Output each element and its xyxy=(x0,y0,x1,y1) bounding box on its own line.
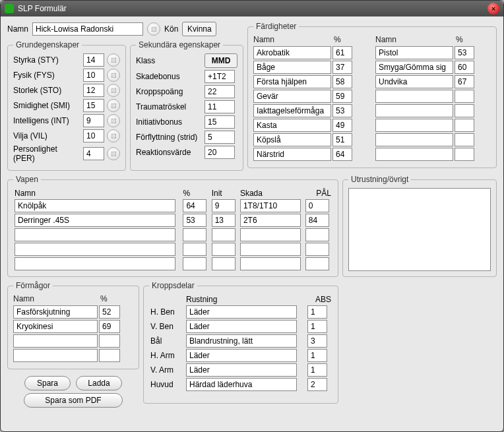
skill-name[interactable] xyxy=(253,61,331,74)
vapen-name[interactable] xyxy=(15,243,175,256)
vapen-pal[interactable] xyxy=(305,214,329,227)
kropp-abs[interactable] xyxy=(307,378,327,391)
vapen-init[interactable] xyxy=(212,257,236,270)
load-button[interactable]: Ladda xyxy=(76,376,122,390)
dice-icon[interactable]: ⚄ xyxy=(107,99,120,112)
close-icon[interactable]: × xyxy=(488,3,499,15)
skill-name[interactable] xyxy=(253,148,331,161)
sek-value[interactable] xyxy=(205,100,235,113)
vapen-pal[interactable] xyxy=(305,199,329,212)
kropp-rust[interactable] xyxy=(186,320,297,333)
kropp-rust[interactable] xyxy=(186,363,297,377)
dice-icon[interactable]: ⚄ xyxy=(107,84,120,97)
vapen-init[interactable] xyxy=(212,243,236,256)
skill-name[interactable] xyxy=(253,133,331,146)
gender-button[interactable]: Kvinna xyxy=(182,22,216,36)
dice-icon[interactable]: ⚄ xyxy=(107,129,120,142)
skill-pct[interactable] xyxy=(332,75,352,88)
name-input[interactable] xyxy=(32,22,143,36)
vapen-pct[interactable] xyxy=(183,199,206,212)
save-button[interactable]: Spara xyxy=(24,376,71,390)
form-name[interactable] xyxy=(13,334,98,348)
grund-value[interactable] xyxy=(83,114,104,127)
vapen-init[interactable] xyxy=(212,228,236,241)
skill-pct[interactable] xyxy=(455,61,474,74)
form-name[interactable] xyxy=(13,349,98,362)
vapen-init[interactable] xyxy=(212,214,236,227)
vapen-skada[interactable] xyxy=(240,243,301,256)
grund-value[interactable] xyxy=(83,84,104,97)
dice-icon[interactable]: ⚄ xyxy=(107,53,120,67)
skill-pct[interactable] xyxy=(455,104,474,117)
vapen-skada[interactable] xyxy=(240,228,301,241)
skill-name[interactable] xyxy=(375,104,453,117)
grund-value[interactable] xyxy=(83,129,104,142)
vapen-skada[interactable] xyxy=(240,199,301,212)
sek-value[interactable] xyxy=(205,85,235,98)
sek-value[interactable] xyxy=(205,70,235,83)
skill-name[interactable] xyxy=(253,104,331,117)
skill-pct[interactable] xyxy=(455,148,474,161)
vapen-skada[interactable] xyxy=(240,214,301,227)
grund-value[interactable] xyxy=(83,53,104,67)
kropp-rust[interactable] xyxy=(186,334,297,348)
vapen-pal[interactable] xyxy=(305,228,329,241)
skill-pct[interactable] xyxy=(455,75,474,88)
dice-icon[interactable]: ⚄ xyxy=(107,147,120,160)
skill-name[interactable] xyxy=(375,75,453,88)
klass-button[interactable]: MMD xyxy=(205,53,237,68)
skill-name[interactable] xyxy=(253,75,331,88)
vapen-pal[interactable] xyxy=(305,257,329,270)
vapen-pct[interactable] xyxy=(183,257,206,270)
skill-name[interactable] xyxy=(375,46,453,59)
dice-icon[interactable]: ⚄ xyxy=(107,69,120,82)
sek-value[interactable] xyxy=(205,146,235,159)
form-pct[interactable] xyxy=(99,334,120,348)
dice-name-icon[interactable]: ⚄ xyxy=(147,22,160,36)
vapen-pct[interactable] xyxy=(183,243,206,256)
kropp-rust[interactable] xyxy=(186,378,297,391)
vapen-pct[interactable] xyxy=(183,214,206,227)
kropp-rust[interactable] xyxy=(186,349,297,362)
vapen-name[interactable] xyxy=(15,214,175,227)
kropp-rust[interactable] xyxy=(186,305,297,319)
skill-pct[interactable] xyxy=(332,104,352,117)
skill-pct[interactable] xyxy=(455,133,474,146)
kropp-abs[interactable] xyxy=(307,305,327,319)
vapen-pct[interactable] xyxy=(183,228,206,241)
skill-pct[interactable] xyxy=(332,46,352,59)
skill-name[interactable] xyxy=(375,90,453,103)
dice-icon[interactable]: ⚄ xyxy=(107,114,120,127)
form-name[interactable] xyxy=(13,320,98,333)
form-pct[interactable] xyxy=(99,349,120,362)
form-pct[interactable] xyxy=(99,320,120,333)
skill-pct[interactable] xyxy=(332,90,352,103)
vapen-skada[interactable] xyxy=(240,257,301,270)
form-pct[interactable] xyxy=(99,305,120,319)
kropp-abs[interactable] xyxy=(307,363,327,377)
grund-value[interactable] xyxy=(83,147,104,160)
sek-value[interactable] xyxy=(205,131,235,144)
skill-pct[interactable] xyxy=(332,133,352,146)
grund-value[interactable] xyxy=(83,69,104,82)
kropp-abs[interactable] xyxy=(307,334,327,348)
skill-name[interactable] xyxy=(375,61,453,74)
skill-pct[interactable] xyxy=(332,61,352,74)
vapen-name[interactable] xyxy=(15,257,175,270)
skill-name[interactable] xyxy=(253,90,331,103)
skill-pct[interactable] xyxy=(332,119,352,132)
skill-name[interactable] xyxy=(253,119,331,132)
skill-name[interactable] xyxy=(375,133,453,146)
grund-value[interactable] xyxy=(83,99,104,112)
skill-name[interactable] xyxy=(375,148,453,161)
pdf-button[interactable]: Spara som PDF xyxy=(24,393,123,408)
vapen-name[interactable] xyxy=(15,228,175,241)
vapen-name[interactable] xyxy=(15,199,175,212)
skill-name[interactable] xyxy=(375,119,453,132)
vapen-init[interactable] xyxy=(212,199,236,212)
sek-value[interactable] xyxy=(205,115,235,129)
form-name[interactable] xyxy=(13,305,98,319)
vapen-pal[interactable] xyxy=(305,243,329,256)
kropp-abs[interactable] xyxy=(307,349,327,362)
skill-pct[interactable] xyxy=(332,148,352,161)
